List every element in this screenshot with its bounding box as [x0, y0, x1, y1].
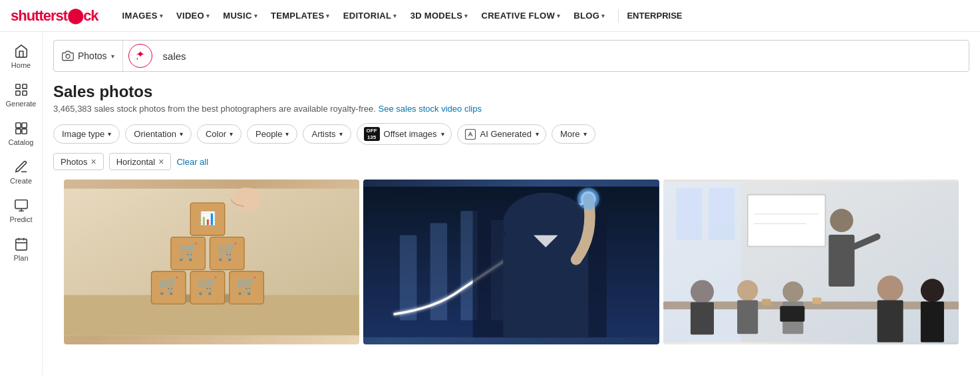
svg-rect-35 [400, 235, 417, 320]
camera-icon [62, 50, 74, 62]
sidebar-item-generate[interactable]: Generate [0, 76, 42, 114]
nav-item-blog[interactable]: BLOG ▾ [568, 7, 610, 25]
svg-text:🛒: 🛒 [236, 276, 257, 297]
filter-color[interactable]: Color ▾ [197, 124, 242, 144]
svg-rect-4 [15, 123, 20, 128]
active-filter-photos-label: Photos [61, 157, 87, 167]
search-type-chevron-icon: ▾ [111, 53, 114, 60]
ai-search-button[interactable] [128, 44, 152, 68]
nav-item-3dmodels[interactable]: 3D MODELS ▾ [405, 7, 474, 25]
nav-item-music[interactable]: MUSIC ▾ [218, 7, 263, 25]
svg-text:📊: 📊 [200, 211, 216, 227]
page-content: Sales photos 3,465,383 sales stock photo… [43, 72, 980, 344]
filter-orientation[interactable]: Orientation ▾ [125, 124, 192, 144]
svg-rect-49 [676, 188, 702, 240]
search-type-label: Photos [78, 51, 107, 61]
sidebar-item-home[interactable]: Home [0, 37, 42, 76]
filter-people[interactable]: People ▾ [247, 124, 297, 144]
video-clips-link[interactable]: See sales stock video clips [379, 104, 482, 114]
plan-icon [14, 237, 29, 251]
svg-text:🛒: 🛒 [158, 276, 180, 297]
search-input[interactable] [158, 51, 969, 62]
svg-rect-64 [780, 306, 804, 321]
svg-point-15 [66, 55, 70, 59]
nav-label-images: IMAGES [122, 11, 158, 21]
svg-rect-65 [762, 299, 771, 306]
home-icon [14, 44, 29, 59]
filter-ai-label: AI Generated [480, 129, 532, 139]
filter-ai-generated[interactable]: AI Generated ▾ [457, 124, 546, 144]
sidebar-label-home: Home [11, 61, 31, 69]
ai-logo-icon [135, 51, 146, 61]
svg-rect-3 [22, 91, 26, 95]
sidebar-item-plan[interactable]: Plan [0, 230, 42, 269]
nav-item-video[interactable]: VIDEO ▾ [171, 7, 215, 25]
active-filter-photos[interactable]: Photos × [53, 153, 104, 170]
nav-label-editorial: EDITORIAL [343, 11, 392, 21]
nav-item-templates[interactable]: TEMPLATES ▾ [265, 7, 335, 25]
remove-filter-photos-icon[interactable]: × [90, 156, 96, 167]
nav-item-images[interactable]: IMAGES ▾ [117, 7, 168, 25]
sidebar: Home Generate Catalog [0, 32, 43, 375]
nav-item-creativeflow[interactable]: CREATIVE FLOW ▾ [476, 7, 566, 25]
svg-rect-55 [828, 235, 854, 287]
svg-rect-8 [15, 200, 27, 209]
chevron-down-icon: ▾ [160, 13, 163, 19]
svg-rect-68 [877, 301, 903, 342]
chevron-down-icon: ▾ [230, 130, 233, 138]
remove-filter-horizontal-icon[interactable]: × [158, 156, 164, 167]
image-result-3[interactable] [663, 180, 959, 344]
nav-label-creativeflow: CREATIVE FLOW [481, 11, 555, 21]
chevron-down-icon: ▾ [557, 13, 560, 19]
filter-image-type[interactable]: Image type ▾ [53, 124, 120, 144]
nav-label-3dmodels: 3D MODELS [410, 11, 463, 21]
sidebar-item-create[interactable]: Create [0, 153, 42, 191]
svg-point-58 [691, 280, 714, 303]
svg-rect-16 [465, 129, 475, 139]
image-result-1[interactable]: 🛒 🛒 🛒 🛒 🛒 📊 [64, 180, 359, 344]
svg-rect-11 [15, 239, 27, 251]
filter-color-label: Color [206, 129, 226, 139]
svg-point-46 [577, 188, 599, 210]
sidebar-label-plan: Plan [13, 254, 28, 262]
active-filter-horizontal[interactable]: Horizontal × [109, 153, 172, 170]
sidebar-label-catalog: Catalog [9, 138, 34, 146]
sidebar-item-catalog[interactable]: Catalog [0, 114, 42, 153]
nav-label-music: MUSIC [223, 11, 251, 21]
filter-artists[interactable]: Artists ▾ [303, 124, 351, 144]
generate-icon [14, 82, 29, 97]
svg-rect-2 [15, 91, 19, 95]
svg-rect-70 [920, 302, 943, 342]
main-content: Photos ▾ Sales photos 3,465,383 sales st… [43, 32, 980, 375]
svg-rect-7 [21, 129, 26, 134]
filter-orientation-label: Orientation [134, 129, 176, 139]
nav-label-blog: BLOG [573, 11, 599, 21]
chevron-down-icon: ▾ [583, 130, 587, 138]
filter-more[interactable]: More ▾ [552, 124, 595, 144]
image-result-2[interactable] [363, 180, 659, 344]
svg-rect-66 [812, 298, 822, 305]
subtitle-text: 3,465,383 sales stock photos from the be… [53, 104, 376, 114]
filter-offset-images[interactable]: OFF135 Offset images ▾ [357, 123, 452, 145]
filter-more-label: More [560, 129, 580, 139]
search-type-button[interactable]: Photos ▾ [54, 41, 123, 71]
nav-item-enterprise[interactable]: ENTERPRISE [627, 11, 682, 21]
chevron-down-icon: ▾ [326, 13, 329, 19]
svg-rect-59 [691, 303, 714, 335]
svg-rect-50 [709, 188, 735, 240]
logo[interactable]: shutterst⬤ck [11, 7, 98, 25]
svg-point-54 [830, 209, 853, 232]
svg-point-69 [920, 279, 943, 303]
sidebar-item-predict[interactable]: Predict [0, 191, 42, 230]
clear-all-button[interactable]: Clear all [176, 157, 208, 167]
svg-rect-45 [504, 235, 589, 338]
create-icon [14, 160, 29, 174]
chevron-down-icon: ▾ [108, 130, 111, 138]
svg-rect-5 [21, 123, 26, 128]
nav-item-editorial[interactable]: EDITORIAL ▾ [338, 7, 403, 25]
chevron-down-icon: ▾ [441, 130, 444, 138]
filter-image-type-label: Image type [62, 129, 104, 139]
svg-rect-0 [15, 84, 19, 88]
svg-rect-6 [15, 129, 20, 134]
sidebar-label-generate: Generate [6, 100, 37, 108]
